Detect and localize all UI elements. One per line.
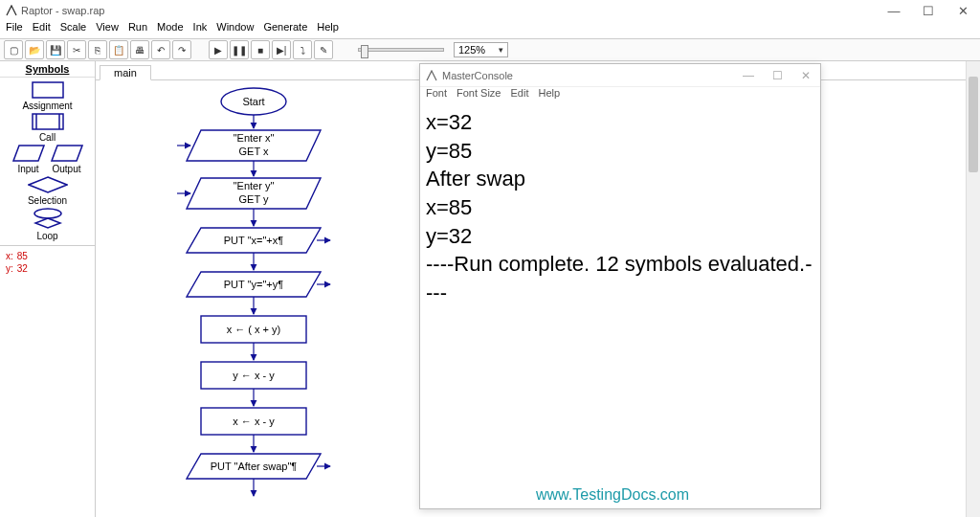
svg-marker-6 bbox=[29, 177, 67, 192]
menubar: File Edit Scale View Run Mode Ink Window… bbox=[0, 21, 980, 38]
console-line: x=32 bbox=[426, 108, 814, 137]
menu-mode[interactable]: Mode bbox=[157, 21, 184, 38]
symbol-palette: Assignment Call Input Output Selection L… bbox=[0, 78, 95, 245]
menu-scale[interactable]: Scale bbox=[60, 21, 87, 38]
console-menu-fontsize[interactable]: Font Size bbox=[457, 87, 501, 104]
svg-text:x ← x  -  y: x ← x - y bbox=[233, 416, 275, 427]
paste-button[interactable]: 📋 bbox=[109, 40, 128, 59]
console-app-icon bbox=[426, 70, 437, 81]
minimize-button[interactable]: — bbox=[877, 0, 911, 21]
menu-file[interactable]: File bbox=[6, 21, 23, 38]
console-line: y=32 bbox=[426, 222, 814, 251]
menu-view[interactable]: View bbox=[96, 21, 119, 38]
svg-text:PUT "y="+y¶: PUT "y="+y¶ bbox=[224, 279, 284, 290]
svg-rect-0 bbox=[33, 82, 63, 98]
svg-point-7 bbox=[34, 209, 61, 218]
menu-window[interactable]: Window bbox=[216, 21, 254, 38]
toolbar: ▢ 📂 💾 ✂ ⎘ 📋 🖶 ↶ ↷ ▶ ❚❚ ■ ▶| ⤵ ✎ 125% bbox=[0, 38, 980, 61]
tab-main[interactable]: main bbox=[100, 65, 151, 80]
output-shape-icon[interactable] bbox=[51, 145, 83, 162]
menu-help[interactable]: Help bbox=[317, 21, 339, 38]
selection-shape-icon[interactable] bbox=[28, 176, 68, 193]
output-label: Output bbox=[51, 164, 83, 174]
stop-button[interactable]: ■ bbox=[251, 40, 270, 59]
copy-button[interactable]: ⎘ bbox=[88, 40, 107, 59]
app-icon bbox=[6, 5, 17, 16]
console-line: y=85 bbox=[426, 137, 814, 166]
pen-button[interactable]: ✎ bbox=[314, 40, 333, 59]
redo-button[interactable]: ↷ bbox=[172, 40, 191, 59]
open-button[interactable]: 📂 bbox=[25, 40, 44, 59]
console-minimize-button[interactable]: — bbox=[734, 64, 763, 87]
scrollbar-thumb[interactable] bbox=[969, 77, 978, 172]
assignment-shape-icon[interactable] bbox=[32, 81, 64, 99]
console-close-button[interactable]: ✕ bbox=[791, 64, 820, 87]
menu-run[interactable]: Run bbox=[128, 21, 147, 38]
svg-rect-1 bbox=[33, 114, 63, 129]
master-console-window[interactable]: MasterConsole — ☐ ✕ Font Font Size Edit … bbox=[419, 63, 821, 509]
console-titlebar[interactable]: MasterConsole — ☐ ✕ bbox=[420, 64, 820, 87]
console-line: x=85 bbox=[426, 193, 814, 222]
console-menubar: Font Font Size Edit Help bbox=[420, 87, 820, 104]
zoom-select[interactable]: 125% bbox=[454, 42, 508, 57]
svg-marker-4 bbox=[13, 146, 44, 161]
vertical-scrollbar[interactable] bbox=[966, 61, 980, 517]
svg-text:x ← ( x +  y): x ← ( x + y) bbox=[227, 324, 281, 335]
new-button[interactable]: ▢ bbox=[4, 40, 23, 59]
svg-text:GET y: GET y bbox=[239, 193, 269, 205]
console-menu-help[interactable]: Help bbox=[538, 87, 560, 104]
undo-button[interactable]: ↶ bbox=[151, 40, 170, 59]
svg-text:"Enter x": "Enter x" bbox=[234, 132, 275, 144]
input-label: Input bbox=[12, 164, 45, 174]
assignment-label: Assignment bbox=[22, 101, 72, 111]
console-line: ----Run complete. 12 symbols evaluated.-… bbox=[426, 250, 814, 306]
cut-button[interactable]: ✂ bbox=[67, 40, 86, 59]
run-button[interactable]: ▶ bbox=[209, 40, 228, 59]
print-button[interactable]: 🖶 bbox=[130, 40, 149, 59]
watermark-text: www.TestingDocs.com bbox=[536, 486, 689, 504]
speed-slider[interactable] bbox=[358, 48, 444, 52]
input-shape-icon[interactable] bbox=[12, 145, 45, 162]
call-label: Call bbox=[39, 132, 56, 143]
svg-text:y ← x  -  y: y ← x - y bbox=[233, 370, 275, 381]
selection-label: Selection bbox=[28, 195, 67, 206]
svg-marker-5 bbox=[52, 146, 82, 161]
maximize-button[interactable]: ☐ bbox=[911, 0, 946, 21]
window-title: Raptor - swap.rap bbox=[21, 5, 104, 16]
console-menu-edit[interactable]: Edit bbox=[510, 87, 528, 104]
menu-edit[interactable]: Edit bbox=[33, 21, 51, 38]
console-title: MasterConsole bbox=[442, 70, 513, 81]
save-button[interactable]: 💾 bbox=[46, 40, 65, 59]
sidebar: Symbols Assignment Call Input Output Sel… bbox=[0, 61, 96, 517]
svg-text:Start: Start bbox=[242, 96, 264, 107]
close-button[interactable]: ✕ bbox=[946, 0, 980, 21]
step-over-button[interactable]: ⤵ bbox=[293, 40, 312, 59]
console-maximize-button[interactable]: ☐ bbox=[763, 64, 791, 87]
watch-row: x:85 bbox=[6, 250, 89, 262]
loop-label: Loop bbox=[36, 231, 57, 241]
console-menu-font[interactable]: Font bbox=[426, 87, 447, 104]
step-into-button[interactable]: ▶| bbox=[272, 40, 291, 59]
watch-panel: x:85 y:32 bbox=[0, 245, 95, 517]
console-line: After swap bbox=[426, 165, 814, 193]
sidebar-title: Symbols bbox=[0, 61, 95, 78]
svg-text:PUT "x="+x¶: PUT "x="+x¶ bbox=[224, 235, 284, 246]
watch-row: y:32 bbox=[6, 262, 89, 275]
loop-shape-icon[interactable] bbox=[32, 208, 64, 229]
main-titlebar: Raptor - swap.rap — ☐ ✕ bbox=[0, 0, 980, 21]
console-output: x=32 y=85 After swap x=85 y=32 ----Run c… bbox=[420, 104, 820, 508]
menu-generate[interactable]: Generate bbox=[263, 21, 307, 38]
call-shape-icon[interactable] bbox=[32, 113, 64, 130]
svg-text:"Enter y": "Enter y" bbox=[234, 180, 275, 191]
svg-marker-8 bbox=[35, 218, 60, 228]
svg-text:PUT "After swap"¶: PUT "After swap"¶ bbox=[211, 461, 298, 472]
pause-button[interactable]: ❚❚ bbox=[230, 40, 249, 59]
menu-ink[interactable]: Ink bbox=[193, 21, 208, 38]
svg-text:GET x: GET x bbox=[239, 146, 269, 157]
